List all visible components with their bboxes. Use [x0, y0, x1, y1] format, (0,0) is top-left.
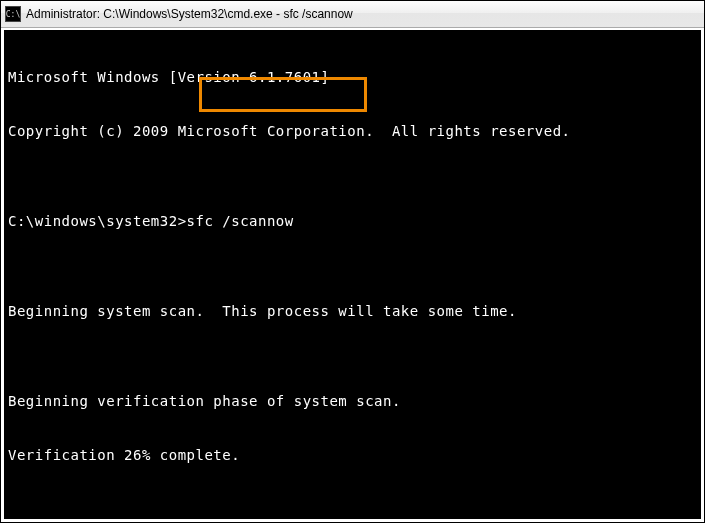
console-line: Copyright (c) 2009 Microsoft Corporation… — [8, 122, 697, 140]
window-titlebar[interactable]: C:\ Administrator: C:\Windows\System32\c… — [1, 1, 704, 28]
console-line: Beginning system scan. This process will… — [8, 302, 697, 320]
console-output[interactable]: Microsoft Windows [Version 6.1.7601] Cop… — [1, 28, 704, 522]
console-line: Verification 26% complete. — [8, 446, 697, 464]
cmd-icon: C:\ — [5, 6, 21, 22]
window-title: Administrator: C:\Windows\System32\cmd.e… — [26, 7, 353, 21]
console-line: Beginning verification phase of system s… — [8, 392, 697, 410]
console-line: C:\windows\system32>sfc /scannow — [8, 212, 697, 230]
console-line: Microsoft Windows [Version 6.1.7601] — [8, 68, 697, 86]
cmd-window: C:\ Administrator: C:\Windows\System32\c… — [0, 0, 705, 523]
